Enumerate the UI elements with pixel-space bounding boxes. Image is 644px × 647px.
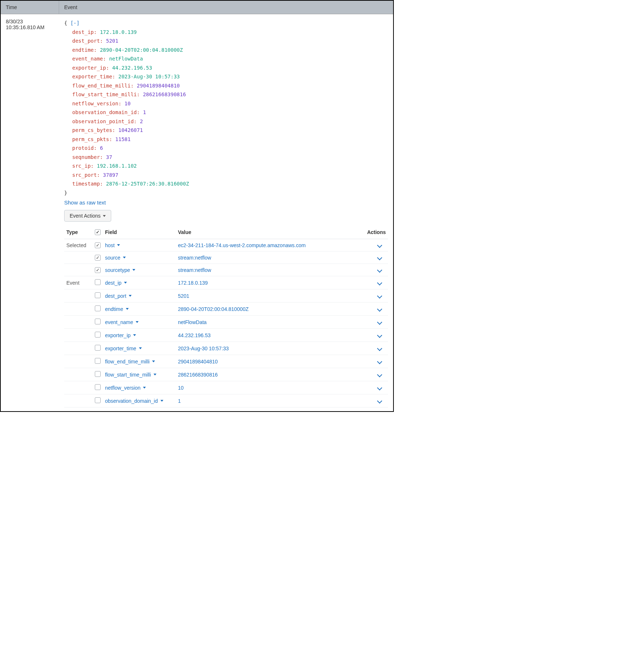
chevron-down-icon[interactable] — [377, 359, 382, 364]
field-value-observation_domain_id[interactable]: 1 — [178, 398, 181, 404]
field-checkbox-endtime[interactable] — [95, 305, 101, 311]
field-value-dest_ip[interactable]: 172.18.0.139 — [178, 280, 208, 286]
chevron-down-icon[interactable] — [377, 398, 382, 403]
field-name-observation_domain_id[interactable]: observation_domain_id — [105, 398, 163, 404]
field-name-dest_port[interactable]: dest_port — [105, 293, 132, 299]
field-value-exporter_ip[interactable]: 44.232.196.53 — [178, 332, 211, 338]
field-value-sourcetype[interactable]: stream:netflow — [178, 267, 211, 273]
table-row: netflow_version10 — [64, 381, 388, 394]
table-row: Selectedhostec2-34-211-184-74.us-west-2.… — [64, 239, 388, 252]
json-value-observation_domain_id: 1 — [143, 109, 146, 115]
json-value-observation_point_id: 2 — [140, 118, 143, 124]
caret-down-icon — [126, 308, 129, 310]
chevron-down-icon[interactable] — [377, 306, 382, 311]
timestamp-time: 10:35:16.810 AM — [6, 24, 54, 30]
json-key-src_port: src_port — [72, 172, 97, 178]
table-row: event_namenetFlowData — [64, 316, 388, 329]
field-checkbox-dest_port[interactable] — [95, 292, 101, 298]
fields-header-field: Field — [103, 225, 176, 239]
group-label-selected: Selected — [64, 239, 93, 252]
field-checkbox-exporter_time[interactable] — [95, 345, 101, 351]
header-event: Event — [59, 1, 393, 14]
field-value-flow_start_time_milli[interactable]: 28621668390816 — [178, 372, 218, 378]
field-value-host[interactable]: ec2-34-211-184-74.us-west-2.compute.amaz… — [178, 242, 306, 248]
field-checkbox-source[interactable] — [95, 255, 101, 261]
json-key-timestamp: timestamp — [72, 181, 100, 187]
field-checkbox-observation_domain_id[interactable] — [95, 397, 101, 403]
field-name-flow_start_time_milli[interactable]: flow_start_time_milli — [105, 372, 156, 378]
group-label-event: Event — [64, 276, 93, 289]
field-value-dest_port[interactable]: 5201 — [178, 293, 189, 299]
json-key-protoid: protoid — [72, 145, 94, 151]
table-row: exporter_time2023-Aug-30 10:57:33 — [64, 342, 388, 355]
chevron-down-icon[interactable] — [377, 267, 382, 272]
table-row: observation_domain_id1 — [64, 394, 388, 408]
table-header: Time Event — [1, 1, 393, 14]
field-checkbox-host[interactable] — [95, 242, 101, 248]
fields-header-value: Value — [176, 225, 362, 239]
table-row: flow_end_time_milli29041898404810 — [64, 355, 388, 368]
table-row: sourcestream:netflow — [64, 252, 388, 264]
field-name-netflow_version[interactable]: netflow_version — [105, 385, 146, 391]
field-name-host[interactable]: host — [105, 242, 120, 248]
json-value-src_port: 37897 — [103, 172, 118, 178]
fields-table: Type Field Value Actions Selectedhostec2… — [64, 225, 388, 408]
field-checkbox-flow_end_time_milli[interactable] — [95, 358, 101, 364]
chevron-down-icon[interactable] — [377, 293, 382, 298]
field-checkbox-sourcetype[interactable] — [95, 267, 101, 273]
chevron-down-icon[interactable] — [377, 242, 382, 248]
json-collapse-toggle[interactable]: [-] — [70, 20, 79, 26]
json-key-endtime: endtime — [72, 47, 94, 53]
field-name-source[interactable]: source — [105, 255, 126, 261]
field-name-exporter_ip[interactable]: exporter_ip — [105, 332, 136, 338]
field-name-sourcetype[interactable]: sourcetype — [105, 267, 135, 273]
show-raw-link[interactable]: Show as raw text — [64, 199, 106, 206]
field-checkbox-netflow_version[interactable] — [95, 384, 101, 390]
field-name-dest_ip[interactable]: dest_ip — [105, 280, 127, 286]
caret-down-icon — [160, 400, 163, 402]
field-name-flow_end_time_milli[interactable]: flow_end_time_milli — [105, 359, 155, 365]
event-row: 8/30/23 10:35:16.810 AM { [-] dest_ip: 1… — [1, 14, 393, 411]
chevron-down-icon[interactable] — [377, 385, 382, 390]
field-value-endtime[interactable]: 2890-04-20T02:00:04.810000Z — [178, 306, 249, 312]
json-key-observation_point_id: observation_point_id — [72, 118, 134, 124]
event-cell: { [-] dest_ip: 172.18.0.139dest_port: 52… — [59, 14, 393, 411]
event-viewer: Time Event 8/30/23 10:35:16.810 AM { [-]… — [0, 0, 394, 412]
caret-down-icon — [103, 215, 106, 217]
caret-down-icon — [129, 295, 132, 297]
field-value-event_name[interactable]: netFlowData — [178, 319, 207, 325]
json-key-observation_domain_id: observation_domain_id — [72, 109, 137, 115]
chevron-down-icon[interactable] — [377, 280, 382, 285]
caret-down-icon — [132, 269, 135, 271]
table-row: flow_start_time_milli28621668390816 — [64, 368, 388, 381]
field-checkbox-exporter_ip[interactable] — [95, 332, 101, 338]
field-checkbox-event_name[interactable] — [95, 319, 101, 324]
json-key-perm_cs_pkts: perm_cs_pkts — [72, 136, 109, 142]
json-value-dest_ip: 172.18.0.139 — [100, 29, 137, 35]
caret-down-icon — [154, 374, 156, 375]
chevron-down-icon[interactable] — [377, 255, 382, 260]
table-row: Eventdest_ip172.18.0.139 — [64, 276, 388, 289]
field-value-exporter_time[interactable]: 2023-Aug-30 10:57:33 — [178, 346, 229, 351]
field-value-netflow_version[interactable]: 10 — [178, 385, 184, 391]
field-value-source[interactable]: stream:netflow — [178, 255, 211, 261]
json-value-endtime: 2890-04-20T02:00:04.810000Z — [100, 47, 183, 53]
chevron-down-icon[interactable] — [377, 372, 382, 377]
field-checkbox-dest_ip[interactable] — [95, 279, 101, 285]
json-value-flow_start_time_milli: 28621668390816 — [143, 91, 186, 97]
json-key-dest_ip: dest_ip — [72, 29, 94, 35]
chevron-down-icon[interactable] — [377, 319, 382, 324]
json-event: { [-] dest_ip: 172.18.0.139dest_port: 52… — [64, 19, 388, 197]
field-name-event_name[interactable]: event_name — [105, 319, 139, 325]
event-actions-button[interactable]: Event Actions — [64, 210, 111, 222]
table-row: dest_port5201 — [64, 289, 388, 303]
chevron-down-icon[interactable] — [377, 346, 382, 351]
field-checkbox-flow_start_time_milli[interactable] — [95, 371, 101, 377]
field-name-endtime[interactable]: endtime — [105, 306, 129, 312]
chevron-down-icon[interactable] — [377, 332, 382, 338]
table-row: sourcetypestream:netflow — [64, 264, 388, 276]
json-key-event_name: event_name — [72, 56, 103, 62]
field-value-flow_end_time_milli[interactable]: 29041898404810 — [178, 359, 218, 365]
fields-header-checkbox[interactable] — [93, 225, 103, 239]
field-name-exporter_time[interactable]: exporter_time — [105, 346, 142, 351]
